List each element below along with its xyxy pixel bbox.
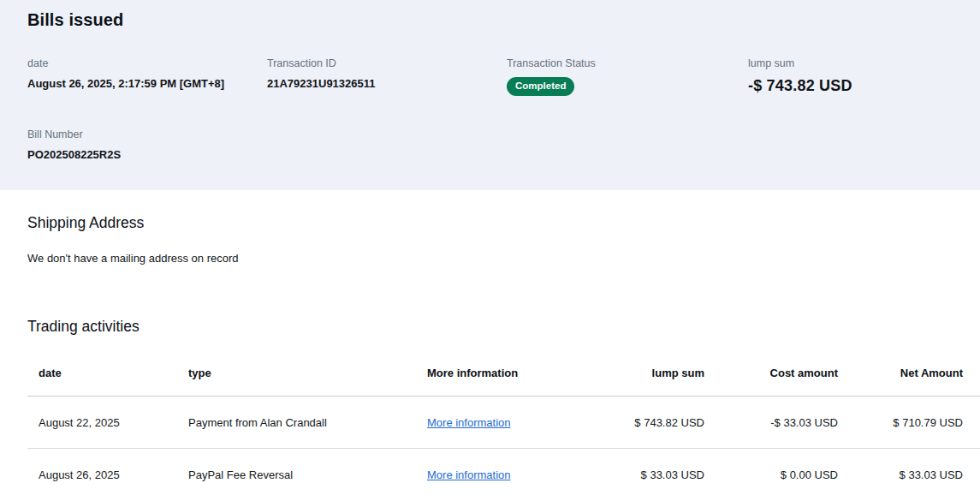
column-header-type: type — [188, 349, 427, 397]
field-date-value: August 26, 2025, 2:17:59 PM [GMT+8] — [27, 77, 267, 90]
table-row: August 26, 2025 PayPal Fee Reversal More… — [27, 449, 980, 495]
cell-more-information: More information — [427, 449, 582, 495]
more-information-link[interactable]: More information — [427, 416, 511, 429]
field-transaction-id: Transaction ID 21A79231U91326511 — [267, 57, 507, 96]
summary-fields: date August 26, 2025, 2:17:59 PM [GMT+8]… — [27, 57, 953, 161]
field-transaction-status: Transaction Status Completed — [507, 57, 748, 96]
cell-lump-sum: $ 743.82 USD — [582, 397, 704, 449]
field-transaction-id-label: Transaction ID — [267, 57, 507, 69]
cell-more-information: More information — [427, 397, 582, 449]
bill-details-page: Bills issued date August 26, 2025, 2:17:… — [0, 0, 980, 495]
table-header-row: date type More information lump sum Cost… — [27, 349, 980, 397]
status-badge: Completed — [507, 77, 574, 96]
shipping-address-section: Shipping Address We don't have a mailing… — [0, 190, 980, 265]
cell-net-amount: $ 710.79 USD — [838, 397, 980, 449]
column-header-cost-amount: Cost amount — [704, 349, 838, 397]
field-lump-sum: lump sum -$ 743.82 USD — [748, 57, 953, 96]
trading-activities-section: Trading activities date type More inform… — [0, 265, 980, 495]
cell-type: PayPal Fee Reversal — [188, 449, 427, 495]
field-transaction-id-value: 21A79231U91326511 — [267, 77, 507, 90]
bill-summary-section: Bills issued date August 26, 2025, 2:17:… — [0, 0, 980, 190]
cell-net-amount: $ 33.03 USD — [838, 449, 980, 495]
cell-lump-sum: $ 33.03 USD — [582, 449, 704, 495]
column-header-net-amount: Net Amount — [838, 349, 980, 397]
cell-date: August 26, 2025 — [27, 449, 188, 495]
column-header-date: date — [27, 349, 188, 397]
cell-cost-amount: $ 0.00 USD — [704, 449, 838, 495]
more-information-link[interactable]: More information — [427, 468, 511, 481]
shipping-address-message: We don't have a mailing address on recor… — [27, 252, 953, 265]
field-transaction-status-value: Completed — [507, 77, 748, 96]
cell-cost-amount: -$ 33.03 USD — [704, 397, 838, 449]
trading-activities-title: Trading activities — [0, 318, 980, 336]
table-row: August 22, 2025 Payment from Alan Cranda… — [27, 397, 980, 449]
field-date-label: date — [27, 57, 267, 69]
field-transaction-status-label: Transaction Status — [507, 57, 748, 69]
field-date: date August 26, 2025, 2:17:59 PM [GMT+8] — [27, 57, 267, 96]
shipping-address-title: Shipping Address — [27, 214, 953, 232]
trading-activities-table: date type More information lump sum Cost… — [27, 349, 980, 495]
field-bill-number: Bill Number PO202508225R2S — [27, 128, 267, 161]
cell-date: August 22, 2025 — [27, 397, 188, 449]
field-lump-sum-value: -$ 743.82 USD — [748, 77, 953, 95]
field-bill-number-value: PO202508225R2S — [27, 148, 267, 161]
cell-type: Payment from Alan Crandall — [188, 397, 427, 449]
field-bill-number-label: Bill Number — [27, 128, 267, 140]
column-header-more-information: More information — [427, 349, 582, 397]
column-header-lump-sum: lump sum — [582, 349, 704, 397]
page-title: Bills issued — [27, 10, 953, 30]
field-lump-sum-label: lump sum — [748, 57, 953, 69]
